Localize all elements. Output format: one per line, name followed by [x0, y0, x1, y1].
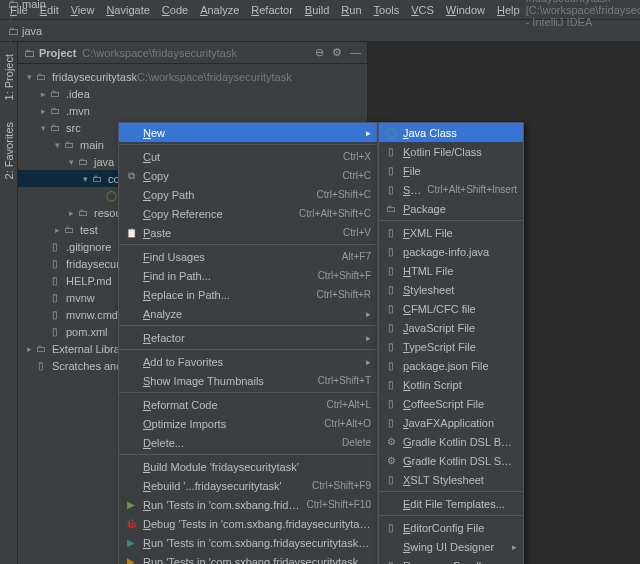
menu-label: Kotlin File/Class [403, 146, 517, 158]
class-icon [104, 189, 118, 203]
menu-vcs[interactable]: VCS [405, 2, 440, 18]
menu-item[interactable]: Debug 'Tests in 'com.sxbang.fridaysecuri… [119, 514, 377, 533]
tree-row[interactable]: ▸.idea [18, 85, 367, 102]
menu-item[interactable]: Edit File Templates... [379, 494, 523, 513]
menu-item[interactable]: Refactor▸ [119, 328, 377, 347]
menu-item[interactable]: New▸ [119, 123, 377, 142]
menu-item[interactable]: package-info.java [379, 242, 523, 261]
tree-arrow-icon[interactable]: ▸ [52, 225, 62, 235]
menu-item[interactable]: Java Class [379, 123, 523, 142]
file-icon [383, 264, 399, 278]
menu-item[interactable]: Add to Favorites▸ [119, 352, 377, 371]
menu-item[interactable]: CutCtrl+X [119, 147, 377, 166]
file-icon [383, 145, 399, 159]
menu-item[interactable]: FXML File [379, 223, 523, 242]
tree-arrow-icon[interactable]: ▸ [24, 344, 34, 354]
new-submenu[interactable]: Java ClassKotlin File/ClassFileScratch F… [378, 122, 524, 564]
menu-item[interactable]: Build Module 'fridaysecuritytask' [119, 457, 377, 476]
tree-arrow-icon[interactable]: ▾ [38, 123, 48, 133]
menu-item[interactable]: Show Image ThumbnailsCtrl+Shift+T [119, 371, 377, 390]
menu-item[interactable]: PasteCtrl+V [119, 223, 377, 242]
menu-label: EditorConfig File [403, 522, 517, 534]
folder-icon [62, 223, 76, 237]
menu-item[interactable]: Stylesheet [379, 280, 523, 299]
menu-label: CFML/CFC file [403, 303, 517, 315]
menu-label: Run 'Tests in 'com.sxbang.fridaysecurity… [143, 499, 301, 511]
menu-item[interactable]: Swing UI Designer▸ [379, 537, 523, 556]
tree-row[interactable]: ▾fridaysecuritytask C:\workspace\fridays… [18, 68, 367, 85]
tree-arrow-icon[interactable]: ▸ [38, 106, 48, 116]
menu-item[interactable]: JavaFXApplication [379, 413, 523, 432]
menu-item[interactable]: Delete...Delete [119, 433, 377, 452]
tree-arrow-icon[interactable]: ▸ [66, 208, 76, 218]
menu-item[interactable]: Find UsagesAlt+F7 [119, 247, 377, 266]
menu-run[interactable]: Run [335, 2, 367, 18]
menu-item[interactable]: Analyze▸ [119, 304, 377, 323]
menu-code[interactable]: Code [156, 2, 194, 18]
collapse-icon[interactable]: ⊖ [315, 46, 324, 59]
menu-shortcut: Ctrl+Alt+O [324, 418, 371, 429]
menu-item[interactable]: CopyCtrl+C [119, 166, 377, 185]
tree-label: src [66, 122, 81, 134]
menu-label: Run 'Tests in 'com.sxbang.fridaysecurity… [143, 556, 371, 565]
menu-item[interactable]: Find in Path...Ctrl+Shift+F [119, 266, 377, 285]
tab-favorites[interactable]: 2: Favorites [2, 116, 16, 185]
tree-arrow-icon[interactable]: ▾ [24, 72, 34, 82]
menu-item[interactable]: Gradle Kotlin DSL Settings [379, 451, 523, 470]
menu-item[interactable]: CFML/CFC file [379, 299, 523, 318]
menu-item[interactable]: TypeScript File [379, 337, 523, 356]
menu-item[interactable]: Gradle Kotlin DSL Build Script [379, 432, 523, 451]
tree-label: mvnw.cmd [66, 309, 118, 321]
menu-item[interactable]: Rebuild '...fridaysecuritytask'Ctrl+Shif… [119, 476, 377, 495]
crumb[interactable]: main [6, 0, 109, 10]
menu-build[interactable]: Build [299, 2, 335, 18]
menu-item[interactable]: Copy PathCtrl+Shift+C [119, 185, 377, 204]
menu-shortcut: Alt+F7 [342, 251, 371, 262]
menu-item[interactable]: Kotlin Script [379, 375, 523, 394]
tree-arrow-icon[interactable]: ▾ [66, 157, 76, 167]
tree-arrow-icon[interactable]: ▾ [52, 140, 62, 150]
menu-item[interactable]: Run 'Tests in 'com.sxbang.fridaysecurity… [119, 552, 377, 564]
menu-item[interactable]: EditorConfig File [379, 518, 523, 537]
debug-icon [123, 517, 139, 531]
tree-row[interactable]: ▸.mvn [18, 102, 367, 119]
crumb[interactable]: java [6, 25, 109, 37]
menu-item[interactable]: Optimize ImportsCtrl+Alt+O [119, 414, 377, 433]
tree-arrow-icon[interactable]: ▸ [38, 89, 48, 99]
menu-label: Gradle Kotlin DSL Build Script [403, 436, 517, 448]
menu-item[interactable]: XSLT Stylesheet [379, 470, 523, 489]
menu-item[interactable]: Package [379, 199, 523, 218]
hide-icon[interactable]: — [350, 46, 361, 59]
menu-item[interactable]: File [379, 161, 523, 180]
blank-icon [123, 250, 139, 264]
menu-item[interactable]: Kotlin File/Class [379, 142, 523, 161]
menu-label: Paste [143, 227, 337, 239]
menu-item[interactable]: Resource Bundle [379, 556, 523, 564]
menu-label: Scratch File [403, 184, 421, 196]
menu-analyze[interactable]: Analyze [194, 2, 245, 18]
folder-icon [48, 121, 62, 135]
menu-item[interactable]: Reformat CodeCtrl+Alt+L [119, 395, 377, 414]
menu-help[interactable]: Help [491, 2, 526, 18]
menu-item[interactable]: JavaScript File [379, 318, 523, 337]
file-icon [383, 397, 399, 411]
menu-item[interactable]: CoffeeScript File [379, 394, 523, 413]
menu-item[interactable]: Run 'Tests in 'com.sxbang.fridaysecurity… [119, 495, 377, 514]
tree-label: pom.xml [66, 326, 108, 338]
menu-item[interactable]: Replace in Path...Ctrl+Shift+R [119, 285, 377, 304]
menu-item[interactable]: Run 'Tests in 'com.sxbang.fridaysecurity… [119, 533, 377, 552]
menu-item[interactable]: Copy ReferenceCtrl+Alt+Shift+C [119, 204, 377, 223]
tree-arrow-icon[interactable]: ▾ [80, 174, 90, 184]
menu-item[interactable]: package.json File [379, 356, 523, 375]
tab-project[interactable]: 1: Project [2, 48, 16, 106]
menu-item[interactable]: Scratch FileCtrl+Alt+Shift+Insert [379, 180, 523, 199]
menu-shortcut: Ctrl+Shift+T [318, 375, 371, 386]
file-icon [383, 302, 399, 316]
gear-icon[interactable]: ⚙ [332, 46, 342, 59]
menu-item[interactable]: HTML File [379, 261, 523, 280]
menu-label: Java Class [403, 127, 517, 139]
menu-refactor[interactable]: Refactor [245, 2, 299, 18]
menu-window[interactable]: Window [440, 2, 491, 18]
menu-tools[interactable]: Tools [368, 2, 406, 18]
context-menu[interactable]: New▸CutCtrl+XCopyCtrl+CCopy PathCtrl+Shi… [118, 122, 378, 564]
